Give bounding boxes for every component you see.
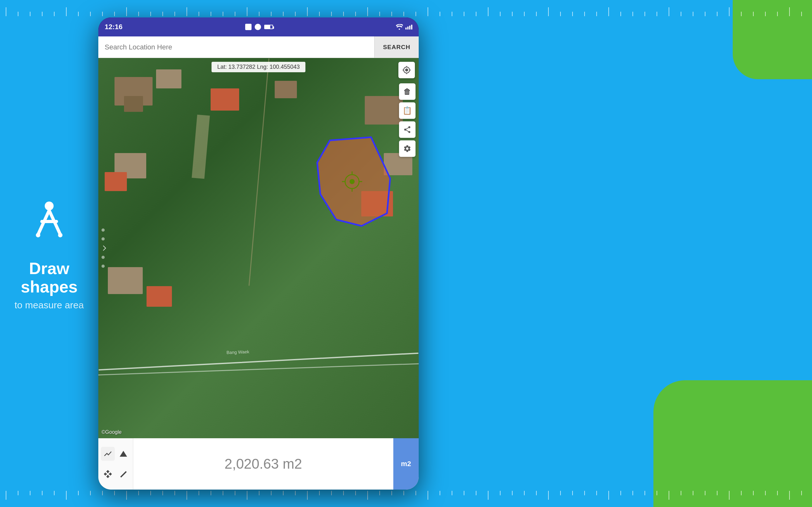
network-icons <box>396 24 412 30</box>
ruler-top: // Generate ticks <box>0 0 812 17</box>
status-bar: 12:16 <box>98 17 419 37</box>
delete-button[interactable]: 🗑 <box>399 83 415 100</box>
area-tool-button[interactable] <box>117 447 131 461</box>
left-panel: Draw shapes to measure area <box>0 0 98 507</box>
svg-point-8 <box>350 179 355 184</box>
google-label: ©Google <box>101 429 121 435</box>
app-icon <box>24 196 74 248</box>
status-icons <box>245 24 273 30</box>
svg-point-4 <box>58 233 62 237</box>
svg-rect-5 <box>40 220 58 223</box>
notif-icon <box>245 24 252 30</box>
settings-status-icon <box>255 24 261 30</box>
coordinate-display: Lat: 13.737282 Lng: 100.455043 <box>212 62 305 72</box>
tablet-device: 12:16 SEARCH <box>98 17 419 490</box>
svg-point-3 <box>36 233 40 237</box>
map-area[interactable]: Bang Waek Lat: 13.737282 Lng: 100.455043 <box>98 58 419 438</box>
bottom-toolbar: 2,020.63 m2 m2 <box>98 438 419 490</box>
right-toolbar: 🗑 📋 <box>399 83 415 157</box>
search-button[interactable]: SEARCH <box>374 37 419 58</box>
draw-shapes-subtitle: to measure area <box>14 300 84 311</box>
draw-shapes-title: Draw shapes <box>0 260 98 296</box>
settings-button[interactable] <box>399 140 415 157</box>
unit-display[interactable]: m2 <box>393 438 419 490</box>
share-button[interactable] <box>399 121 415 138</box>
search-input[interactable] <box>98 37 374 58</box>
tool-icons-panel <box>98 438 133 490</box>
scroll-arrow <box>101 245 106 251</box>
ruler-tool-button[interactable] <box>117 467 131 481</box>
status-time: 12:16 <box>105 23 122 31</box>
location-button[interactable] <box>398 62 415 78</box>
move-tool-button[interactable] <box>101 467 115 481</box>
ruler-bottom <box>0 490 812 507</box>
battery-status-icon <box>264 25 273 29</box>
scroll-indicators <box>101 228 105 268</box>
line-tool-button[interactable] <box>101 447 115 461</box>
search-bar: SEARCH <box>98 37 419 58</box>
measurement-display: 2,020.63 m2 <box>133 438 393 490</box>
bookmark-button[interactable]: 📋 <box>399 102 415 119</box>
drawn-polygon <box>98 58 419 438</box>
land-mass-bottom-right <box>653 380 812 507</box>
